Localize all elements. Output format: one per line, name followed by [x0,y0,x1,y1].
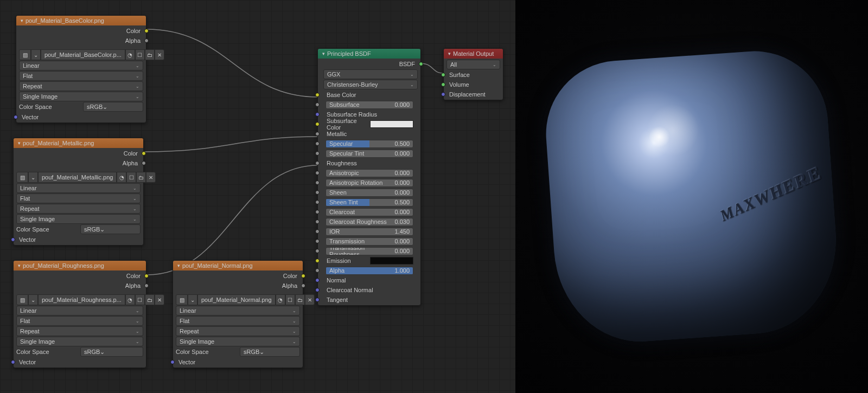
new-image-icon[interactable]: ☐ [285,294,295,305]
projection-select[interactable]: Flat⌄ [16,316,143,326]
source-select[interactable]: Single Image⌄ [16,337,143,346]
chevron-down-icon[interactable]: ⌄ [28,172,38,183]
image-texture-node-metallic[interactable]: ▾ pouf_Material_Metallic.png Color Alpha… [13,138,144,246]
new-image-icon[interactable]: ☐ [135,294,145,305]
unlink-icon[interactable]: ✕ [305,294,315,305]
bsdf-transmission-roughness[interactable]: Transmission Roughness0.000 [318,246,418,256]
image-browse-icon[interactable]: ▧ [16,294,28,305]
extension-select[interactable]: Repeat⌄ [16,326,143,336]
socket[interactable] [144,274,149,278]
principled-bsdf-node[interactable]: ▾ Principled BSDF BSDF GGX⌄ Christensen-… [317,48,421,306]
subsurface-method-select[interactable]: Christensen-Burley⌄ [323,80,418,89]
socket[interactable] [315,229,320,234]
chevron-down-icon[interactable]: ⌄ [31,49,41,60]
socket[interactable] [441,73,445,77]
colorspace-select[interactable]: sRGB⌄ [80,347,143,357]
chevron-down-icon[interactable]: ⌄ [28,294,38,305]
interpolation-select[interactable]: Linear⌄ [176,306,300,315]
image-picker[interactable]: ▧ ⌄ pouf_Material_Metallic.png ◔ ☐ 🗀 ✕ [16,172,141,183]
image-filename[interactable]: pouf_Material_BaseColor.p... [41,49,125,60]
socket[interactable] [315,288,320,292]
socket[interactable] [170,360,175,364]
image-filename[interactable]: pouf_Material_Normal.png [197,294,276,305]
bsdf-sheen-tint[interactable]: Sheen Tint0.500 [318,197,418,207]
socket[interactable] [315,200,320,204]
socket[interactable] [315,102,320,107]
socket[interactable] [315,132,320,136]
node-header[interactable]: ▾ pouf_Material_Roughness.png [14,261,146,270]
collapse-icon[interactable]: ▾ [322,51,325,56]
image-filename[interactable]: pouf_Material_Metallic.png [38,172,117,183]
bsdf-clearcoat[interactable]: Clearcoat0.000 [318,207,418,217]
socket[interactable] [315,171,320,175]
node-header[interactable]: ▾ pouf_Material_BaseColor.png [16,16,146,25]
socket[interactable] [441,92,445,96]
extension-select[interactable]: Repeat⌄ [19,81,143,91]
bsdf-emission[interactable]: Emission [318,256,418,266]
image-filename[interactable]: pouf_Material_Roughness.p... [38,294,125,305]
socket[interactable] [315,278,320,282]
distribution-select[interactable]: GGX⌄ [323,69,418,79]
bsdf-alpha[interactable]: Alpha1.000 [318,266,418,275]
interpolation-select[interactable]: Linear⌄ [19,61,143,70]
source-select[interactable]: Single Image⌄ [16,214,141,224]
colorspace-select[interactable]: sRGB⌄ [83,102,143,112]
bsdf-specular[interactable]: Specular0.500 [318,139,418,149]
bsdf-anisotropic-rotation[interactable]: Anisotropic Rotation0.000 [318,178,418,188]
bsdf-ior[interactable]: IOR1.450 [318,227,418,236]
bsdf-anisotropic[interactable]: Anisotropic0.000 [318,168,418,178]
socket[interactable] [441,82,445,87]
socket[interactable] [315,190,320,195]
image-browse-icon[interactable]: ▧ [16,172,28,183]
socket[interactable] [315,122,320,126]
node-header[interactable]: ▾ Principled BSDF [318,49,420,59]
source-select[interactable]: Single Image⌄ [19,92,143,101]
fake-user-icon[interactable]: ◔ [125,49,135,60]
socket[interactable] [315,298,320,302]
socket[interactable] [144,38,149,43]
socket[interactable] [301,274,305,278]
open-image-icon[interactable]: 🗀 [295,294,305,305]
bsdf-specular-tint[interactable]: Specular Tint0.000 [318,149,418,158]
extension-select[interactable]: Repeat⌄ [176,326,300,336]
socket[interactable] [142,151,146,156]
socket[interactable] [419,62,423,66]
interpolation-select[interactable]: Linear⌄ [16,306,143,315]
socket[interactable] [315,210,320,214]
socket[interactable] [315,249,320,253]
bsdf-subsurface-color[interactable]: Subsurface Color [318,119,418,129]
image-browse-icon[interactable]: ▧ [176,294,188,305]
open-image-icon[interactable]: 🗀 [145,294,155,305]
socket[interactable] [11,237,15,242]
node-header[interactable]: ▾ Material Output [444,49,503,59]
material-output-node[interactable]: ▾ Material Output All⌄ Surface Volume Di… [443,48,503,100]
socket[interactable] [315,239,320,243]
fake-user-icon[interactable]: ◔ [276,294,285,305]
render-preview-viewport[interactable]: MAXWHERE [515,0,868,393]
socket[interactable] [315,151,320,156]
image-picker[interactable]: ▧ ⌄ pouf_Material_Normal.png ◔ ☐ 🗀 ✕ [176,294,300,305]
chevron-down-icon[interactable]: ⌄ [188,294,197,305]
image-texture-node-basecolor[interactable]: ▾ pouf_Material_BaseColor.png Color Alph… [16,15,146,123]
socket[interactable] [144,284,149,288]
socket[interactable] [315,93,320,97]
collapse-icon[interactable]: ▾ [177,263,180,268]
unlink-icon[interactable]: ✕ [155,294,164,305]
socket[interactable] [315,220,320,224]
collapse-icon[interactable]: ▾ [18,140,21,146]
bsdf-sheen[interactable]: Sheen0.000 [318,188,418,197]
projection-select[interactable]: Flat⌄ [16,194,141,203]
collapse-icon[interactable]: ▾ [21,18,23,23]
shader-node-editor[interactable]: ▾ pouf_Material_BaseColor.png Color Alph… [0,0,515,393]
projection-select[interactable]: Flat⌄ [19,71,143,81]
image-browse-icon[interactable]: ▧ [19,49,31,60]
target-select[interactable]: All⌄ [446,60,500,69]
extension-select[interactable]: Repeat⌄ [16,204,141,214]
unlink-icon[interactable]: ✕ [146,172,156,183]
socket[interactable] [11,360,15,364]
node-header[interactable]: ▾ pouf_Material_Normal.png [173,261,303,270]
projection-select[interactable]: Flat⌄ [176,316,300,326]
bsdf-transmission[interactable]: Transmission0.000 [318,236,418,246]
new-image-icon[interactable]: ☐ [135,49,145,60]
image-picker[interactable]: ▧ ⌄ pouf_Material_BaseColor.p... ◔ ☐ 🗀 ✕ [19,49,143,60]
